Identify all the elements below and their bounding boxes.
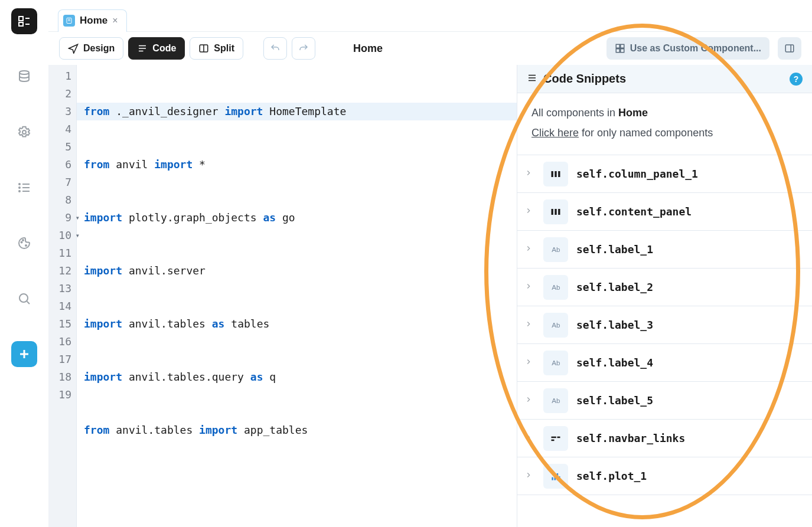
panel-toggle-button[interactable]: [778, 37, 801, 60]
line-number: 8: [48, 191, 71, 209]
tab-home[interactable]: Home ×: [58, 9, 127, 32]
rail-data-icon[interactable]: [11, 64, 37, 90]
use-custom-component-label: Use as Custom Component...: [630, 43, 761, 54]
line-number: 7: [48, 174, 71, 191]
code-line: import anvil.tables.query as q: [84, 368, 517, 386]
snippet-name: self.content_panel: [576, 205, 692, 218]
svg-point-9: [25, 245, 27, 246]
editor-gutter: 12345678910111213141516171819: [48, 65, 77, 527]
rail-settings-icon[interactable]: [11, 119, 37, 145]
snippet-item[interactable]: Abself.label_2: [517, 269, 812, 306]
component-type-icon: Ab: [543, 351, 568, 375]
svg-point-4: [19, 184, 20, 185]
snippet-name: self.label_1: [576, 243, 653, 256]
snippet-item[interactable]: Abself.label_3: [517, 306, 812, 344]
svg-rect-16: [621, 49, 624, 53]
svg-rect-29: [552, 437, 556, 438]
component-type-icon: Ab: [543, 275, 568, 300]
svg-rect-13: [616, 44, 619, 48]
line-number: 17: [48, 351, 71, 368]
snippet-item[interactable]: self.navbar_links: [517, 420, 812, 457]
snippet-name: self.column_panel_1: [576, 168, 698, 180]
code-line: import anvil.server: [84, 262, 517, 280]
svg-point-6: [19, 191, 20, 192]
svg-rect-33: [555, 475, 556, 480]
snippet-item[interactable]: Abself.label_5: [517, 382, 812, 420]
snippet-name: self.label_3: [576, 319, 653, 331]
rail-theme-icon[interactable]: [11, 230, 37, 256]
chevron-right-icon: [524, 471, 535, 482]
chevron-right-icon: [524, 320, 535, 330]
workspace: 12345678910111213141516171819 from ._anv…: [48, 65, 812, 527]
snippet-name: self.label_4: [576, 356, 653, 369]
svg-rect-35: [559, 476, 560, 480]
tab-label: Home: [80, 15, 107, 27]
snippet-item[interactable]: Abself.label_4: [517, 344, 812, 382]
svg-point-10: [19, 294, 28, 302]
code-button[interactable]: Code: [128, 37, 185, 60]
svg-rect-23: [558, 209, 560, 215]
snippet-item[interactable]: self.plot_1: [517, 457, 812, 495]
help-icon[interactable]: ?: [790, 73, 803, 86]
code-label: Code: [152, 43, 176, 54]
svg-point-8: [22, 240, 24, 241]
chevron-right-icon: [524, 395, 535, 406]
code-snippets-panel: Code Snippets ? All components in Home C…: [517, 65, 812, 527]
svg-rect-17: [785, 45, 794, 52]
component-type-icon: [543, 464, 568, 489]
editor-code[interactable]: from ._anvil_designer import HomeTemplat…: [77, 65, 517, 527]
svg-point-7: [21, 242, 22, 243]
svg-rect-19: [555, 171, 556, 177]
undo-button[interactable]: [263, 37, 287, 60]
chevron-right-icon: [524, 282, 535, 293]
rail-forms-icon[interactable]: [11, 8, 37, 34]
code-editor[interactable]: 12345678910111213141516171819 from ._anv…: [48, 65, 517, 527]
click-here-link[interactable]: Click here: [531, 127, 579, 139]
code-line: from anvil import *: [84, 156, 517, 174]
svg-rect-32: [552, 477, 553, 480]
line-number: 12: [48, 262, 71, 280]
snippet-item[interactable]: self.column_panel_1: [517, 155, 812, 193]
form-file-icon: [63, 15, 75, 27]
rail-list-icon[interactable]: [11, 175, 37, 201]
svg-text:Ab: Ab: [552, 359, 560, 366]
svg-rect-0: [19, 17, 23, 21]
svg-rect-14: [621, 44, 624, 48]
svg-text:Ab: Ab: [552, 246, 560, 253]
tab-bar: Home ×: [48, 0, 812, 32]
line-number: 16: [48, 333, 71, 351]
svg-rect-34: [557, 473, 559, 480]
svg-rect-21: [552, 209, 553, 215]
rail-add-icon[interactable]: [11, 341, 37, 367]
snippet-list: self.column_panel_1self.content_panelAbs…: [517, 155, 812, 527]
line-number: 3: [48, 103, 71, 120]
redo-button[interactable]: [292, 37, 315, 60]
chevron-right-icon: [524, 433, 535, 444]
svg-rect-31: [552, 440, 555, 441]
snippet-name: self.plot_1: [576, 470, 647, 482]
snippet-item[interactable]: self.content_panel: [517, 193, 812, 231]
snippet-item[interactable]: Abself.label_1: [517, 231, 812, 269]
split-label: Split: [214, 43, 234, 54]
chevron-right-icon: [524, 244, 535, 255]
code-line: import plotly.graph_objects as go: [84, 209, 517, 227]
component-type-icon: Ab: [543, 313, 568, 338]
panel-title: Code Snippets: [543, 72, 784, 86]
svg-point-5: [19, 187, 20, 188]
svg-point-3: [22, 130, 26, 134]
line-number: 15: [48, 315, 71, 333]
line-number: 4: [48, 120, 71, 138]
split-button[interactable]: Split: [190, 37, 243, 60]
tab-close-icon[interactable]: ×: [112, 15, 118, 26]
chevron-right-icon: [524, 207, 535, 217]
rail-search-icon[interactable]: [11, 286, 37, 312]
code-line: import anvil.tables as tables: [84, 315, 517, 333]
use-custom-component-button[interactable]: Use as Custom Component...: [606, 37, 769, 60]
code-line: from anvil.tables import app_tables: [84, 421, 517, 439]
form-title: Home: [353, 42, 383, 55]
line-number: 11: [48, 244, 71, 262]
svg-rect-15: [616, 49, 619, 53]
panel-header: Code Snippets ?: [517, 65, 812, 93]
line-number: 6: [48, 156, 71, 174]
design-button[interactable]: Design: [59, 37, 123, 60]
